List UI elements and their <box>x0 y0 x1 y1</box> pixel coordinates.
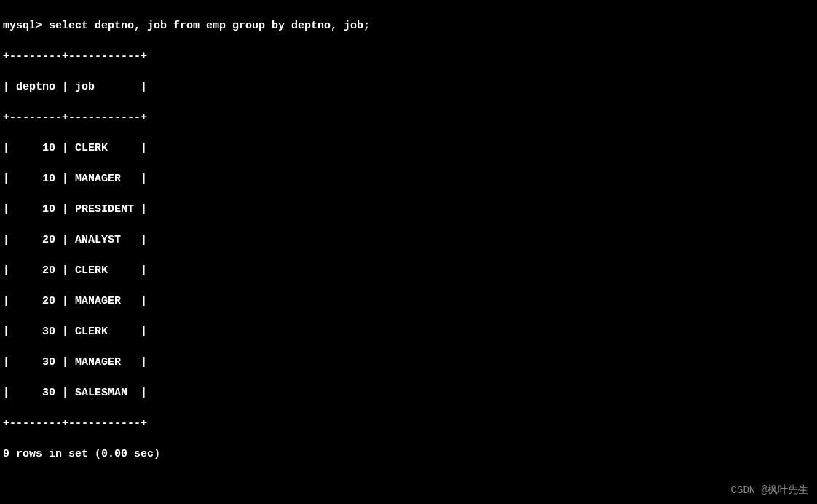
table-row: | 30 | MANAGER | <box>3 355 814 370</box>
result-footer: 9 rows in set (0.00 sec) <box>3 446 814 462</box>
table-row: | 20 | CLERK | <box>3 263 814 278</box>
table-border: +--------+-----------+ <box>3 416 814 431</box>
table-header: | deptno | job | <box>3 79 814 95</box>
table-row: | 30 | SALESMAN | <box>3 385 814 401</box>
table-row: | 30 | CLERK | <box>3 324 814 339</box>
query-line: mysql> select deptno, job from emp group… <box>3 18 814 34</box>
mysql-prompt: mysql> <box>3 20 49 32</box>
terminal-output: mysql> select deptno, job from emp group… <box>3 3 814 504</box>
table-row: | 10 | MANAGER | <box>3 171 814 186</box>
table-row: | 10 | CLERK | <box>3 141 814 156</box>
table-border: +--------+-----------+ <box>3 110 814 125</box>
watermark: CSDN @枫叶先生 <box>731 484 808 498</box>
table-row: | 20 | ANALYST | <box>3 232 814 248</box>
table-row: | 20 | MANAGER | <box>3 294 814 309</box>
table-border: +--------+-----------+ <box>3 49 814 64</box>
blank-line <box>3 477 814 492</box>
table-row: | 10 | PRESIDENT | <box>3 202 814 217</box>
sql-query: select deptno, job from emp group by dep… <box>49 20 370 32</box>
